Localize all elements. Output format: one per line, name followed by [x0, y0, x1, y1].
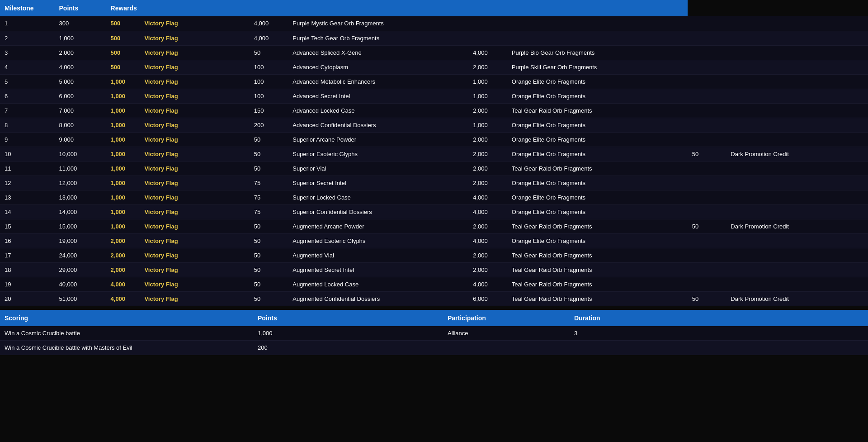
table-cell: 2,000: [468, 219, 507, 233]
table-cell: 2,000: [468, 176, 507, 190]
table-row: 32,000500Victory Flag50Advanced Spliced …: [0, 45, 868, 60]
table-cell: Purple Mystic Gear Orb Fragments: [288, 16, 468, 31]
table-cell: 100: [250, 89, 288, 103]
table-cell: 19: [0, 277, 55, 291]
table-cell: 150: [250, 103, 288, 118]
table-cell: Superior Confidential Dossiers: [288, 204, 468, 219]
scoring-cell: 1,000: [253, 328, 443, 339]
table-cell: [688, 74, 726, 89]
table-cell: 50: [250, 147, 288, 161]
milestones-table: Milestone Points Rewards 1300500Victory …: [0, 0, 868, 306]
table-cell: 6,000: [468, 291, 507, 306]
table-cell: [726, 103, 868, 118]
table-cell: 11,000: [55, 161, 106, 176]
table-cell: 4,000: [250, 31, 288, 45]
table-cell: Teal Gear Raid Orb Fragments: [507, 291, 688, 306]
scoring-cell: [570, 345, 660, 350]
table-cell: Superior Esoteric Glyphs: [288, 147, 468, 161]
table-cell: 19,000: [55, 233, 106, 248]
table-cell: 1,000: [106, 74, 140, 89]
table-cell: [468, 31, 507, 45]
table-cell: Advanced Confidential Dossiers: [288, 118, 468, 132]
table-cell: 2,000: [468, 132, 507, 147]
table-cell: 2,000: [106, 233, 140, 248]
table-cell: Orange Elite Orb Fragments: [507, 204, 688, 219]
table-row: 1414,0001,000Victory Flag75Superior Conf…: [0, 204, 868, 219]
table-row: 44,000500Victory Flag100Advanced Cytopla…: [0, 60, 868, 74]
table-cell: Superior Arcane Powder: [288, 132, 468, 147]
table-cell: [688, 16, 726, 31]
table-cell: 10: [0, 147, 55, 161]
table-cell: Augmented Secret Intel: [288, 262, 468, 277]
table-cell: 50: [250, 45, 288, 60]
table-cell: 100: [250, 74, 288, 89]
table-cell: 1,000: [106, 147, 140, 161]
table-cell: 7: [0, 103, 55, 118]
table-cell: 2,000: [468, 147, 507, 161]
table-cell: 6: [0, 89, 55, 103]
scoring-cell: 200: [253, 342, 443, 353]
header-points: Points: [55, 0, 106, 16]
table-cell: 1,000: [106, 190, 140, 204]
table-cell: 12,000: [55, 176, 106, 190]
table-cell: Victory Flag: [140, 16, 249, 31]
table-cell: [688, 31, 726, 45]
scoring-header-label: Scoring: [0, 311, 253, 325]
table-cell: 4,000: [250, 16, 288, 31]
table-cell: 500: [106, 16, 140, 31]
table-cell: [726, 60, 868, 74]
table-cell: Superior Secret Intel: [288, 176, 468, 190]
table-cell: [688, 89, 726, 103]
table-cell: Dark Promotion Credit: [726, 219, 868, 233]
table-cell: [688, 132, 726, 147]
table-cell: 4,000: [468, 233, 507, 248]
table-cell: [688, 262, 726, 277]
table-row: 1111,0001,000Victory Flag50Superior Vial…: [0, 161, 868, 176]
table-cell: 50: [250, 291, 288, 306]
table-cell: [688, 248, 726, 262]
table-row: 1515,0001,000Victory Flag50Augmented Arc…: [0, 219, 868, 233]
table-cell: 8,000: [55, 118, 106, 132]
table-cell: 51,000: [55, 291, 106, 306]
table-cell: 2,000: [468, 60, 507, 74]
scoring-header-participation: Participation: [443, 311, 570, 325]
table-cell: 17: [0, 248, 55, 262]
table-cell: Purple Tech Gear Orb Fragments: [288, 31, 468, 45]
table-row: 1829,0002,000Victory Flag50Augmented Sec…: [0, 262, 868, 277]
table-cell: 300: [55, 16, 106, 31]
table-cell: 9: [0, 132, 55, 147]
table-cell: Purple Bio Gear Orb Fragments: [507, 45, 688, 60]
table-row: 1313,0001,000Victory Flag75Superior Lock…: [0, 190, 868, 204]
table-cell: 15: [0, 219, 55, 233]
table-cell: 29,000: [55, 262, 106, 277]
table-row: 77,0001,000Victory Flag150Advanced Locke…: [0, 103, 868, 118]
table-cell: 2,000: [468, 103, 507, 118]
table-cell: Orange Elite Orb Fragments: [507, 118, 688, 132]
table-cell: 2,000: [468, 161, 507, 176]
table-cell: 40,000: [55, 277, 106, 291]
table-cell: 50: [250, 277, 288, 291]
scoring-cell: Win a Cosmic Crucible battle: [0, 328, 253, 339]
table-cell: Victory Flag: [140, 74, 249, 89]
scoring-header-duration: Duration: [570, 311, 660, 325]
table-cell: 1: [0, 16, 55, 31]
table-cell: 1,000: [468, 118, 507, 132]
table-cell: Teal Gear Raid Orb Fragments: [507, 219, 688, 233]
table-cell: 18: [0, 262, 55, 277]
table-cell: 1,000: [55, 31, 106, 45]
table-cell: 3: [0, 45, 55, 60]
table-cell: [726, 262, 868, 277]
scoring-row: Win a Cosmic Crucible battle with Master…: [0, 341, 868, 355]
table-cell: 4,000: [55, 60, 106, 74]
header-rewards: Rewards: [106, 0, 688, 16]
table-cell: Victory Flag: [140, 277, 249, 291]
table-cell: [726, 132, 868, 147]
table-cell: Teal Gear Raid Orb Fragments: [507, 277, 688, 291]
scoring-header-points: Points: [253, 311, 443, 325]
scoring-row: Win a Cosmic Crucible battle1,000Allianc…: [0, 326, 868, 341]
table-cell: [726, 248, 868, 262]
table-cell: [688, 161, 726, 176]
table-cell: 1,000: [106, 89, 140, 103]
table-cell: 2,000: [106, 248, 140, 262]
table-cell: 15,000: [55, 219, 106, 233]
